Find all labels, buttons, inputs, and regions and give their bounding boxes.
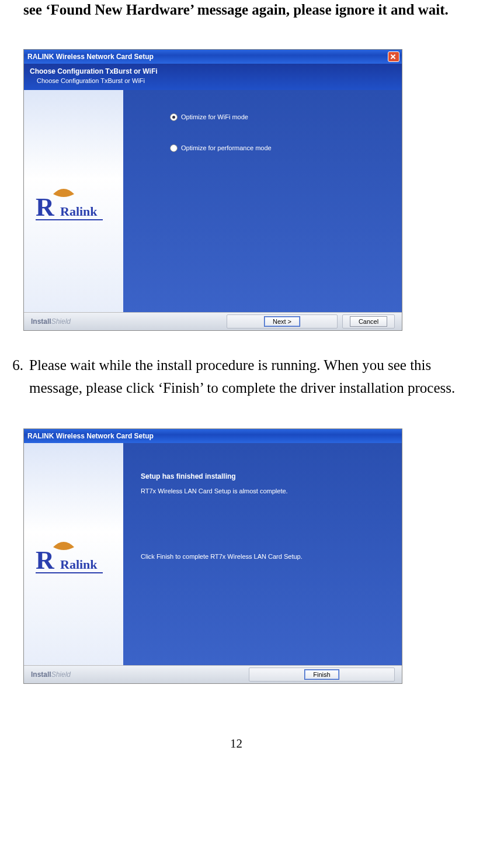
banner-subtitle: Choose Configuration TxBurst or WiFi xyxy=(30,77,396,84)
finish-msg-1: RT7x Wireless LAN Card Setup is almost c… xyxy=(141,487,390,494)
sidebar: R Ralink xyxy=(24,90,123,312)
setup-dialog-config: RALINK Wireless Network Card Setup Choos… xyxy=(23,49,402,331)
footer-bar: InstallShield Next > Cancel xyxy=(24,312,402,330)
titlebar: RALINK Wireless Network Card Setup xyxy=(24,50,402,64)
option-wifi-mode[interactable]: Optimize for WiFi mode xyxy=(170,113,390,121)
finish-heading: Setup has finished installing xyxy=(141,472,390,480)
installshield-label: InstallShield xyxy=(31,317,71,326)
next-button[interactable]: Next > xyxy=(264,316,300,327)
ralink-logo: R Ralink xyxy=(36,184,112,233)
step-number: 6. xyxy=(0,354,29,400)
svg-text:R: R xyxy=(36,193,55,222)
titlebar: RALINK Wireless Network Card Setup xyxy=(24,429,402,443)
finish-button[interactable]: Finish xyxy=(304,669,339,680)
banner: Choose Configuration TxBurst or WiFi Cho… xyxy=(24,64,402,90)
intro-text: see ‘Found New Hardware’ message again, … xyxy=(23,0,472,20)
svg-text:R: R xyxy=(36,546,55,575)
close-icon[interactable] xyxy=(388,51,399,62)
step-6: 6. Please wait while the install procedu… xyxy=(0,354,472,400)
radio-selected-icon xyxy=(170,113,178,121)
step-text: Please wait while the install procedure … xyxy=(29,354,472,400)
page-number: 12 xyxy=(0,736,472,751)
ralink-logo: R Ralink xyxy=(36,537,112,586)
option-performance-mode[interactable]: Optimize for performance mode xyxy=(170,144,390,152)
option-label: Optimize for WiFi mode xyxy=(181,113,248,120)
installshield-label: InstallShield xyxy=(31,670,71,679)
window-title: RALINK Wireless Network Card Setup xyxy=(26,53,388,61)
banner-heading: Choose Configuration TxBurst or WiFi xyxy=(30,67,396,75)
cancel-button[interactable]: Cancel xyxy=(350,316,387,327)
setup-dialog-finish: RALINK Wireless Network Card Setup R Ral… xyxy=(23,428,402,684)
sidebar: R Ralink xyxy=(24,443,123,665)
radio-unselected-icon xyxy=(170,144,178,152)
svg-text:Ralink: Ralink xyxy=(60,204,98,219)
main-panel: Setup has finished installing RT7x Wirel… xyxy=(123,443,402,665)
main-panel: Optimize for WiFi mode Optimize for perf… xyxy=(123,90,402,312)
option-label: Optimize for performance mode xyxy=(181,144,272,151)
finish-msg-2: Click Finish to complete RT7x Wireless L… xyxy=(141,553,390,560)
footer-bar: InstallShield Finish xyxy=(24,665,402,683)
window-title: RALINK Wireless Network Card Setup xyxy=(26,432,399,440)
svg-text:Ralink: Ralink xyxy=(60,557,98,572)
